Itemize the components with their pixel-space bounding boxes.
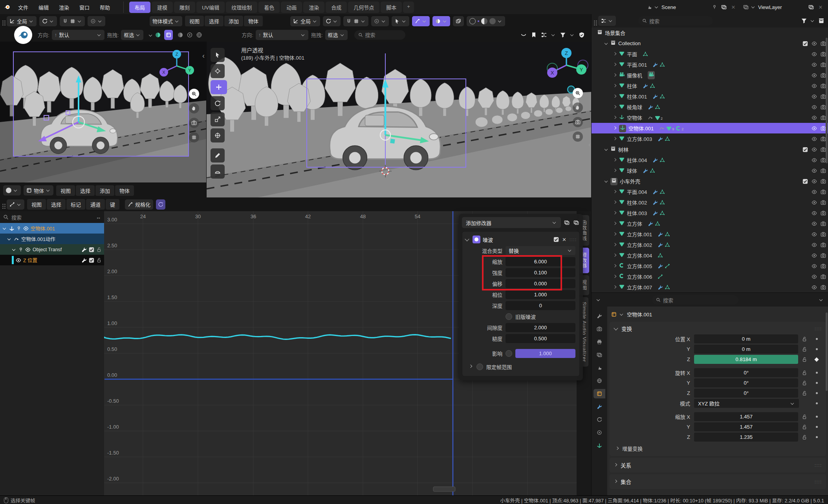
transform-field[interactable]: 0 m [694,334,798,343]
proportional-edit-group[interactable] [88,16,105,26]
collections-panel[interactable]: 集合:::: [610,474,826,489]
transform-field[interactable]: 1.457 [694,422,798,431]
filter-icon[interactable] [560,32,566,38]
outliner-scrollbar[interactable] [826,38,828,163]
sidebar-collapse-arrow[interactable]: ‹ [202,52,205,60]
add-workspace-tab[interactable]: + [403,2,414,13]
workspace-tab-7[interactable]: 渲染 [303,2,324,13]
viewlayer-chevron-icon[interactable] [751,5,755,8]
outliner-row[interactable]: 平面.001 [592,59,828,70]
animate-dot-icon[interactable] [811,436,823,438]
outliner-row[interactable]: 立方体.005 [592,261,828,271]
depth-field[interactable]: 0 [506,301,575,310]
outliner-row[interactable]: 立方体.007 [592,282,828,292]
measure-tool[interactable] [211,164,225,179]
normalize-toggle[interactable]: 规格化 [125,199,153,210]
outliner-row[interactable]: 立方体.001 [592,229,828,239]
blend-type-dropdown[interactable]: 替换 [506,246,575,255]
outliner-row[interactable]: 树林 [592,144,828,155]
users-icon[interactable] [187,32,193,38]
tab-constraints[interactable] [594,428,605,437]
outliner-row[interactable]: 柱体.002 [592,197,828,208]
transform-field[interactable]: XYZ 欧拉 [694,399,799,408]
pivot-dropdown-main[interactable] [323,16,341,26]
menu-item-0[interactable]: 视图 [56,185,75,196]
lock-icon[interactable] [798,424,810,430]
new-viewlayer-button[interactable] [808,4,815,11]
transform-panel-header[interactable]: 变换 :::: [610,323,826,334]
workspace-tab-0[interactable]: 布局 [129,2,150,13]
overlays-toggle[interactable] [432,16,450,26]
animate-dot-icon[interactable] [811,426,823,428]
menu-item-4[interactable]: 键 [106,199,119,210]
workspace-tab-6[interactable]: 动画 [281,2,302,13]
outliner-row[interactable]: 球体 [592,165,828,176]
auto-normalize-refresh-button[interactable] [156,199,165,210]
channel-action-row[interactable]: 空物体.001动作 [0,234,104,244]
direction-dropdown-small[interactable]: ↑默认 [52,30,104,40]
outliner-row[interactable]: 柱体 [592,80,828,91]
outliner-row[interactable]: 小车外壳 [592,176,828,186]
breadcrumb-chevron[interactable] [620,312,623,315]
annotate-frame-icon[interactable] [164,30,173,40]
pivot-dropdown[interactable] [39,16,57,26]
transform-tool[interactable] [211,128,225,142]
properties-nav-chevron[interactable] [597,298,600,301]
restrict-expand-chevron[interactable] [469,365,472,368]
npanel-collapse-arrow[interactable]: ‹ [588,141,591,149]
camera-view-icon[interactable] [189,118,199,128]
transform-field[interactable]: 0° [694,368,798,377]
scene-name[interactable]: Scene [661,4,709,10]
channel-object-row[interactable]: 空物体.001 [0,223,104,234]
properties-search-input[interactable]: 搜索 [652,295,738,305]
menu-item-0[interactable]: 文件 [13,2,33,13]
influence-toggle[interactable] [506,350,512,357]
viewlayer-name[interactable]: ViewLayer [758,4,805,10]
restrict-range-toggle[interactable] [476,363,483,370]
scene-icon[interactable] [647,4,652,10]
workspace-tab-2[interactable]: 雕刻 [174,2,195,13]
add-modifier-dropdown[interactable]: 添加修改器 [462,217,561,228]
roughness-field[interactable]: 0.500 [506,334,575,343]
ortho-grid-icon[interactable] [189,132,199,142]
rotate-tool[interactable] [211,96,225,110]
tab-physics[interactable] [594,415,605,424]
menu-item-0[interactable]: 视图 [185,16,204,26]
outliner-row[interactable]: 柱体.001 [592,91,828,102]
properties-scrollbar[interactable] [826,312,828,391]
pan-hand-icon[interactable] [189,103,199,113]
bookmark-icon[interactable] [531,32,537,38]
workspace-tab-10[interactable]: 脚本 [381,2,402,13]
lock-icon[interactable] [798,414,810,420]
drag-grip[interactable] [2,20,4,22]
scale-field[interactable]: 6.000 [506,257,575,266]
properties-options-chevron[interactable] [819,298,823,301]
outliner-filter-icon[interactable] [801,18,807,24]
tab-object-data[interactable] [594,441,605,450]
tab-output[interactable] [594,337,605,347]
workspace-tab-1[interactable]: 建模 [152,2,173,13]
select-tool-dropdown[interactable] [392,16,409,26]
drag-dropdown-main[interactable]: 框选 [325,30,348,40]
viewport-search-input[interactable]: 搜索 [354,30,405,40]
keyframe-diamond-icon[interactable] [811,358,823,361]
direction-dropdown-main[interactable]: ↑默认 [256,30,308,40]
workspace-tab-8[interactable]: 合成 [326,2,347,13]
orientation-dropdown-small[interactable]: 全局 [7,16,37,26]
outliner-row[interactable]: 平面.004 [592,186,828,197]
transform-field[interactable]: 0° [694,378,798,387]
tree-list-icon[interactable] [541,32,547,38]
menu-item-0[interactable]: 视图 [27,199,46,210]
globe-icon[interactable] [196,32,202,38]
lacunarity-field[interactable]: 2.000 [506,323,575,332]
tab-tool[interactable] [594,311,605,321]
breadcrumb-object-name[interactable]: 空物体.001 [627,310,652,318]
secondary-3d-viewport[interactable]: Z X Y ‹ [0,42,206,197]
scale-tool[interactable] [211,112,225,126]
editor-type-dropdown[interactable] [7,199,24,210]
proportional-edit-main[interactable] [371,16,389,26]
new-collection-icon[interactable] [818,18,824,24]
animate-dot-icon[interactable] [811,348,823,350]
tab-view-layer[interactable] [594,350,605,360]
animate-dot-icon[interactable] [811,392,823,394]
